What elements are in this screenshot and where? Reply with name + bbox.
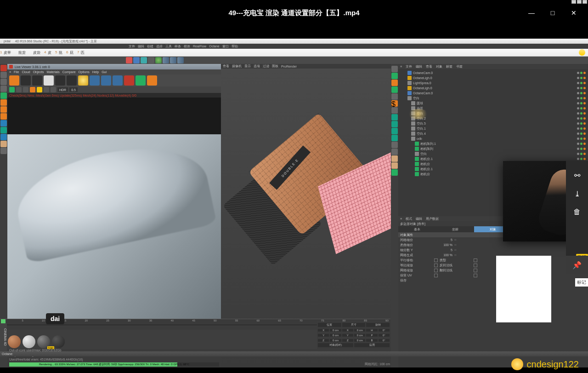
render-dot[interactable] [580, 153, 582, 155]
object-tree-row[interactable]: 空白.2 [400, 116, 586, 121]
visibility-dot[interactable] [577, 112, 579, 115]
pause-icon[interactable] [21, 75, 31, 86]
tag-dot[interactable] [583, 112, 586, 115]
coord-cell[interactable]: 0 cm [354, 329, 365, 332]
tag-dot[interactable] [583, 87, 586, 89]
lv-menu-item[interactable]: Help [92, 70, 99, 74]
attr-value[interactable]: 100 % [434, 253, 452, 257]
menu-item[interactable]: Octane [209, 45, 220, 48]
cloud-icon[interactable] [147, 75, 157, 86]
emoji-icon[interactable] [579, 49, 585, 56]
pick-icon[interactable] [30, 87, 35, 92]
coord-cell[interactable]: 0° [379, 339, 390, 342]
vp-menu-item[interactable]: 面板 [272, 64, 278, 69]
checkbox[interactable] [474, 258, 477, 262]
visibility-dot[interactable] [577, 97, 579, 99]
coord-cell[interactable]: 0 cm [354, 334, 365, 337]
channel-b-icon[interactable] [101, 75, 111, 86]
om-menu-item[interactable]: 标签 [446, 64, 452, 69]
checkbox[interactable] [434, 258, 438, 262]
layout-icon[interactable] [177, 57, 184, 63]
tool-e-icon[interactable] [391, 142, 398, 148]
spline-icon[interactable] [141, 57, 147, 63]
lv-menu-item[interactable]: Compare [62, 70, 76, 74]
coord-cell[interactable]: 0 cm [330, 329, 341, 332]
coord-cell[interactable]: Y [318, 334, 329, 337]
tab-basic[interactable]: 基本 [398, 226, 436, 232]
save-icon[interactable] [51, 87, 56, 92]
tag-dot[interactable] [583, 97, 586, 99]
visibility-dot[interactable] [577, 138, 579, 140]
minimize-button[interactable]: — [521, 4, 542, 22]
render-start-icon[interactable] [9, 75, 19, 86]
spinner-icon[interactable]: ‹› [454, 253, 457, 257]
render-dot[interactable] [580, 87, 582, 89]
object-tree-row[interactable]: OctaneLigh.0 [400, 86, 586, 91]
checkbox[interactable] [474, 274, 477, 277]
visibility-dot[interactable] [577, 143, 579, 145]
vp-menu-item[interactable]: 显示 [244, 64, 251, 69]
coord-cell[interactable]: 0 cm [330, 339, 341, 342]
material-ball[interactable] [23, 335, 35, 348]
checkbox[interactable] [434, 274, 438, 277]
object-tree-row[interactable]: 场景 [400, 106, 586, 111]
light-icon[interactable] [391, 86, 398, 93]
spinner-icon[interactable]: ‹› [454, 248, 457, 252]
coord-cell[interactable]: B [366, 339, 377, 342]
edge-mode-icon[interactable] [0, 106, 7, 113]
light-icon[interactable] [170, 57, 176, 63]
render-dot[interactable] [580, 148, 582, 150]
lv-menu-item[interactable]: Options [79, 70, 90, 74]
object-tree-row[interactable]: LightSprea.0 [400, 80, 586, 86]
render-dot[interactable] [580, 112, 582, 115]
model-mode-icon[interactable] [0, 92, 7, 99]
lv-menu-item[interactable]: File [14, 70, 19, 74]
visibility-dot[interactable] [577, 127, 579, 130]
visibility-dot[interactable] [577, 92, 579, 94]
region-icon[interactable] [55, 75, 65, 86]
deformer-icon[interactable] [148, 57, 154, 63]
visibility-dot[interactable] [577, 107, 579, 109]
render-dot[interactable] [580, 72, 582, 74]
visibility-dot[interactable] [577, 132, 579, 135]
channel-a-icon[interactable] [90, 75, 100, 86]
coord-cell[interactable]: Z [342, 339, 353, 342]
coord-cell[interactable]: P [366, 334, 377, 337]
tool-a-icon[interactable] [391, 114, 398, 121]
tag-dot[interactable] [583, 92, 586, 94]
visibility-dot[interactable] [577, 87, 579, 89]
object-tree-row[interactable]: OctaneCam.0 [400, 70, 586, 75]
object-tree-row[interactable]: 相机阵列 [400, 146, 586, 151]
record-icon[interactable] [126, 57, 132, 63]
clay-mode-icon[interactable] [44, 75, 54, 86]
coord-cell[interactable]: 0° [379, 334, 390, 337]
vp-menu-item[interactable]: 选项 [254, 64, 260, 69]
tool-icon[interactable] [0, 148, 7, 154]
visibility-dot[interactable] [577, 148, 579, 150]
object-tree-row[interactable]: 空白.5 [400, 121, 586, 126]
menu-item[interactable]: 创建 [147, 44, 153, 49]
render-dot[interactable] [580, 102, 582, 104]
vp-menu-item[interactable]: 过滤 [263, 64, 269, 69]
tool-g-icon[interactable] [391, 155, 398, 162]
refresh-icon[interactable] [9, 87, 15, 92]
visibility-dot[interactable] [577, 158, 579, 160]
tool-b-icon[interactable] [391, 121, 398, 127]
visibility-dot[interactable] [577, 153, 579, 155]
render-dot[interactable] [580, 92, 582, 94]
tag-dot[interactable] [583, 127, 586, 130]
om-menu-item[interactable]: 对象 [436, 64, 442, 69]
pin-icon[interactable] [44, 87, 49, 92]
render-dot[interactable] [580, 127, 582, 130]
maximize-button[interactable]: □ [542, 4, 563, 22]
om-menu-item[interactable]: 编辑 [416, 64, 422, 69]
lv-menu-item[interactable]: Cloud [22, 70, 30, 74]
menu-item[interactable]: 编辑 [138, 44, 144, 49]
tag-dot[interactable] [583, 158, 586, 160]
snap-icon[interactable] [0, 141, 7, 147]
live-select-icon[interactable] [0, 65, 7, 71]
visibility-dot[interactable] [577, 102, 579, 104]
vp-menu-item[interactable]: 摄像机 [232, 64, 242, 69]
ime-candidate[interactable]: 皮 [44, 50, 55, 55]
ime-candidate[interactable]: 屁 [66, 50, 77, 55]
